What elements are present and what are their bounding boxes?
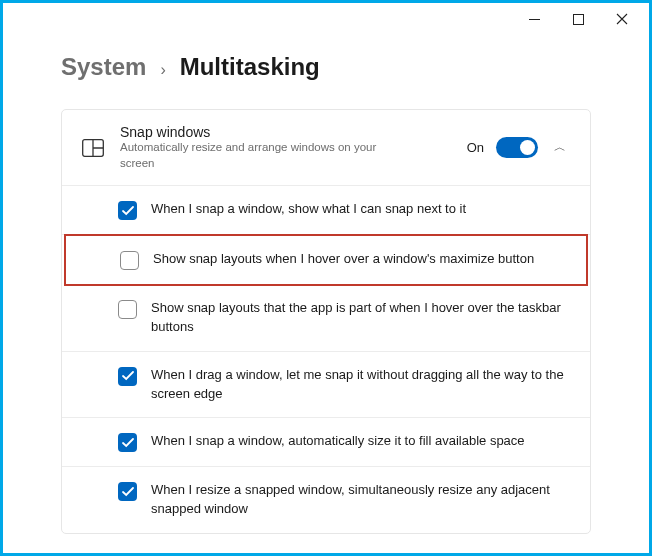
checkbox[interactable]	[118, 367, 137, 386]
snap-layout-icon	[82, 139, 104, 157]
checkbox[interactable]	[118, 300, 137, 319]
option-label: Show snap layouts when I hover over a wi…	[153, 250, 540, 269]
snap-option-row[interactable]: Show snap layouts that the app is part o…	[62, 285, 590, 352]
snap-windows-card: Snap windows Automatically resize and ar…	[61, 109, 591, 534]
snap-windows-toggle[interactable]	[496, 137, 538, 158]
checkbox[interactable]	[118, 482, 137, 501]
checkbox[interactable]	[118, 201, 137, 220]
snap-windows-header[interactable]: Snap windows Automatically resize and ar…	[62, 110, 590, 186]
snap-option-row[interactable]: When I drag a window, let me snap it wit…	[62, 352, 590, 419]
section-subtitle: Automatically resize and arrange windows…	[120, 140, 400, 171]
maximize-button[interactable]	[565, 6, 591, 32]
close-button[interactable]	[609, 6, 635, 32]
option-label: Show snap layouts that the app is part o…	[151, 299, 570, 337]
highlighted-option: Show snap layouts when I hover over a wi…	[64, 234, 588, 286]
toggle-state-label: On	[467, 140, 484, 155]
breadcrumb-parent[interactable]: System	[61, 53, 146, 81]
svg-rect-0	[529, 19, 540, 20]
option-label: When I snap a window, show what I can sn…	[151, 200, 472, 219]
svg-rect-1	[573, 14, 583, 24]
window-titlebar	[3, 3, 649, 35]
option-label: When I snap a window, automatically size…	[151, 432, 531, 451]
snap-option-row[interactable]: Show snap layouts when I hover over a wi…	[66, 236, 586, 284]
snap-option-row[interactable]: When I snap a window, automatically size…	[62, 418, 590, 467]
chevron-right-icon: ›	[160, 61, 165, 79]
section-title: Snap windows	[120, 124, 451, 140]
page-title: Multitasking	[180, 53, 320, 81]
snap-option-row[interactable]: When I snap a window, show what I can sn…	[62, 186, 590, 235]
minimize-button[interactable]	[521, 6, 547, 32]
breadcrumb: System › Multitasking	[61, 53, 591, 81]
option-label: When I drag a window, let me snap it wit…	[151, 366, 570, 404]
chevron-up-icon[interactable]: ︿	[550, 139, 570, 156]
checkbox[interactable]	[120, 251, 139, 270]
snap-option-row[interactable]: When I resize a snapped window, simultan…	[62, 467, 590, 533]
checkbox[interactable]	[118, 433, 137, 452]
option-label: When I resize a snapped window, simultan…	[151, 481, 570, 519]
